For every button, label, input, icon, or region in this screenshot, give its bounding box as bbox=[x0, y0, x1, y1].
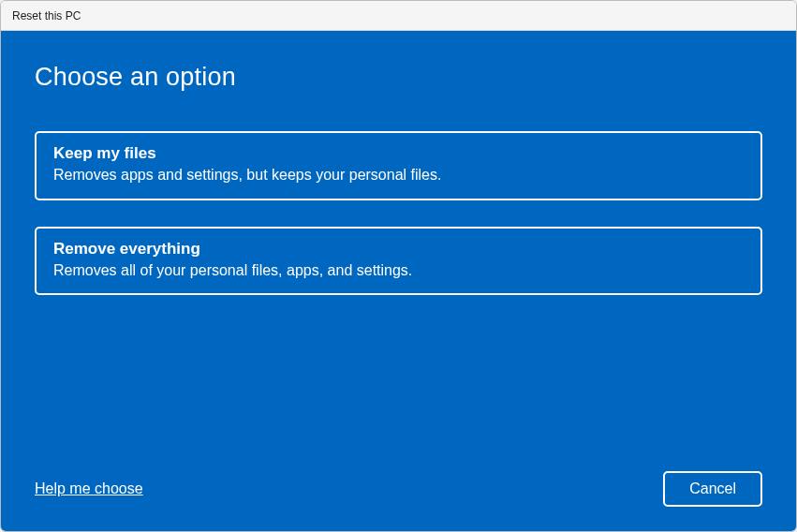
footer: Help me choose Cancel bbox=[35, 471, 762, 507]
window-title: Reset this PC bbox=[12, 9, 81, 22]
titlebar: Reset this PC bbox=[1, 1, 796, 31]
option-title: Keep my files bbox=[53, 144, 744, 163]
option-description: Removes apps and settings, but keeps you… bbox=[53, 165, 744, 185]
reset-pc-window: Reset this PC Choose an option Keep my f… bbox=[0, 0, 797, 532]
option-description: Removes all of your personal files, apps… bbox=[53, 260, 744, 281]
cancel-button[interactable]: Cancel bbox=[663, 471, 762, 507]
option-keep-my-files[interactable]: Keep my files Removes apps and settings,… bbox=[35, 131, 762, 200]
option-title: Remove everything bbox=[53, 240, 744, 259]
page-heading: Choose an option bbox=[35, 63, 762, 92]
option-remove-everything[interactable]: Remove everything Removes all of your pe… bbox=[35, 227, 762, 296]
help-me-choose-link[interactable]: Help me choose bbox=[35, 480, 143, 497]
content-area: Choose an option Keep my files Removes a… bbox=[1, 31, 796, 531]
